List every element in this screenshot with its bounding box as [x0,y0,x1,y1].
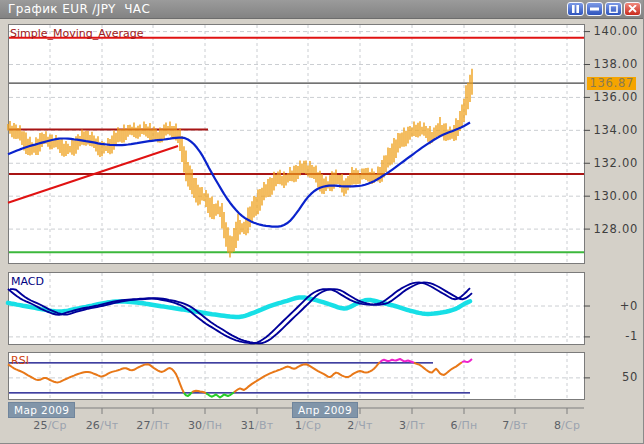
restore-button[interactable] [605,2,622,16]
current-price-badge: 136.87 [587,77,636,90]
window-title: График EUR /JPY ЧАС [8,2,150,16]
month-badge-march: Мар 2009 [8,402,75,418]
window-controls [567,2,641,16]
window-titlebar[interactable]: График EUR /JPY ЧАС [0,0,644,19]
close-button[interactable] [624,2,641,16]
restore-icon [609,5,618,13]
close-icon [628,5,637,13]
chart-graphics [0,0,644,444]
pause-icon [571,5,580,13]
month-badge-april: Апр 2009 [292,402,358,418]
macd-indicator-label: MACD [11,275,44,288]
chart-window: График EUR /JPY ЧАС 140.00138.00136.0013… [0,0,644,444]
minimize-button[interactable] [586,2,603,16]
minimize-icon [590,5,599,13]
pause-button[interactable] [567,2,584,16]
rsi-indicator-label: RSI [11,354,29,367]
sma-indicator-label: Simple_Moving_Average [10,27,143,40]
